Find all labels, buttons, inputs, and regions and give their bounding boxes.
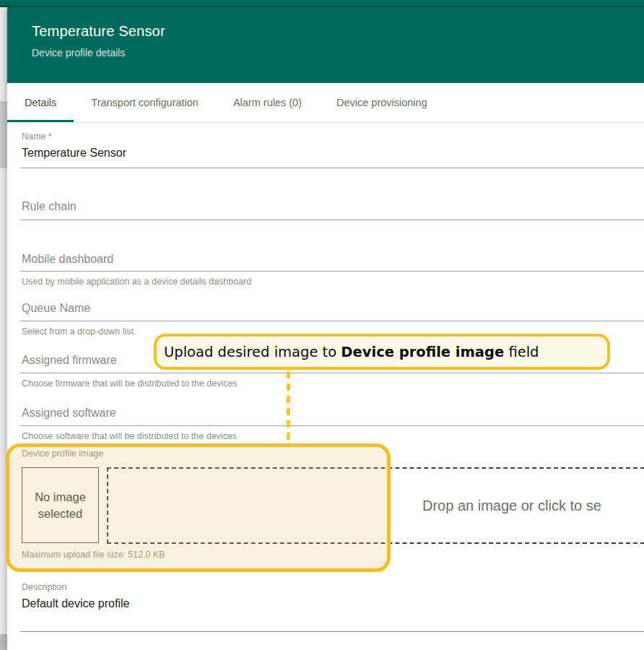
image-preview-box: No image selected [22, 467, 99, 543]
tab-details-label: Details [25, 97, 56, 108]
rule-chain-input[interactable]: Rule chain [22, 200, 77, 213]
annotation-callout: Upload desired image to Device profile i… [154, 334, 610, 370]
max-upload-size-hint: Maximum upload file size: 512.0 KB [22, 550, 165, 560]
rule-chain-underline [20, 220, 644, 220]
queue-name-underline [20, 321, 644, 321]
device-profile-image-label: Device profile image [22, 448, 103, 459]
tab-transport-configuration[interactable]: Transport configuration [74, 83, 216, 122]
drawer-header: Temperature Sensor Device profile detail… [7, 7, 644, 83]
description-field-label: Description [22, 582, 67, 592]
mobile-dashboard-input[interactable]: Mobile dashboard [22, 253, 113, 266]
background-scrollbar-thumb[interactable] [0, 101, 7, 168]
assigned-software-input[interactable]: Assigned software [22, 407, 116, 420]
mobile-dashboard-underline [20, 271, 644, 272]
dropzone-text: Drop an image or click to se [422, 498, 601, 514]
image-dropzone[interactable]: Drop an image or click to se [107, 467, 644, 544]
annotation-text-bold: Device profile image [341, 344, 504, 360]
assigned-firmware-hint: Choose firmware that will be distributed… [22, 378, 238, 389]
tab-device-provisioning[interactable]: Device provisioning [319, 83, 445, 122]
description-input[interactable]: Default device profile [22, 597, 129, 610]
header-shadow-seam [0, 6, 644, 7]
tab-alarm-rules-label: Alarm rules (0) [233, 97, 302, 108]
annotation-text-suffix: field [504, 344, 539, 360]
page-subtitle: Device profile details [32, 47, 644, 58]
assigned-firmware-input[interactable]: Assigned firmware [22, 354, 117, 367]
tab-transport-configuration-label: Transport configuration [91, 97, 199, 108]
top-toolbar-strip [0, 0, 644, 6]
description-underline [20, 631, 644, 632]
annotation-text-prefix: Upload desired image to [164, 344, 341, 360]
assigned-software-underline [20, 425, 644, 426]
active-tab-indicator [7, 120, 74, 122]
assigned-firmware-underline [20, 373, 644, 373]
tab-details[interactable]: Details [7, 83, 74, 122]
background-scrollbar-thumb-bottom[interactable] [0, 634, 7, 650]
page-title: Temperature Sensor [32, 23, 644, 40]
background-page-edge [0, 7, 7, 650]
assigned-software-hint: Choose software that will be distributed… [22, 431, 237, 441]
tab-device-provisioning-label: Device provisioning [336, 97, 427, 108]
no-image-text: No image selected [30, 489, 91, 521]
name-field-label: Name * [22, 131, 52, 142]
tab-alarm-rules[interactable]: Alarm rules (0) [216, 83, 319, 122]
name-input[interactable]: Temperature Sensor [22, 147, 126, 160]
queue-name-input[interactable]: Queue Name [22, 302, 90, 315]
queue-name-hint: Select from a drop-down list. [22, 326, 136, 337]
mobile-dashboard-hint: Used by mobile application as a device d… [22, 277, 251, 287]
name-input-underline [20, 168, 644, 168]
tab-bar: Details Transport configuration Alarm ru… [7, 83, 644, 123]
